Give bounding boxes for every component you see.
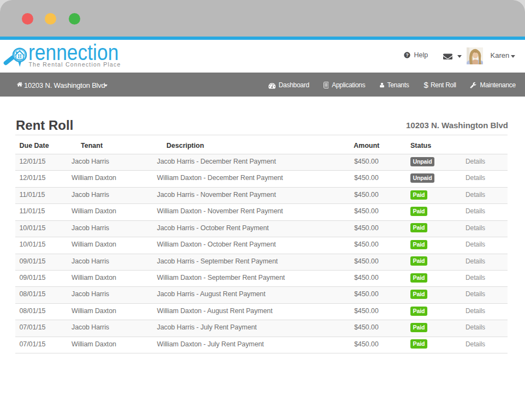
svg-text:?: ?: [405, 52, 408, 58]
